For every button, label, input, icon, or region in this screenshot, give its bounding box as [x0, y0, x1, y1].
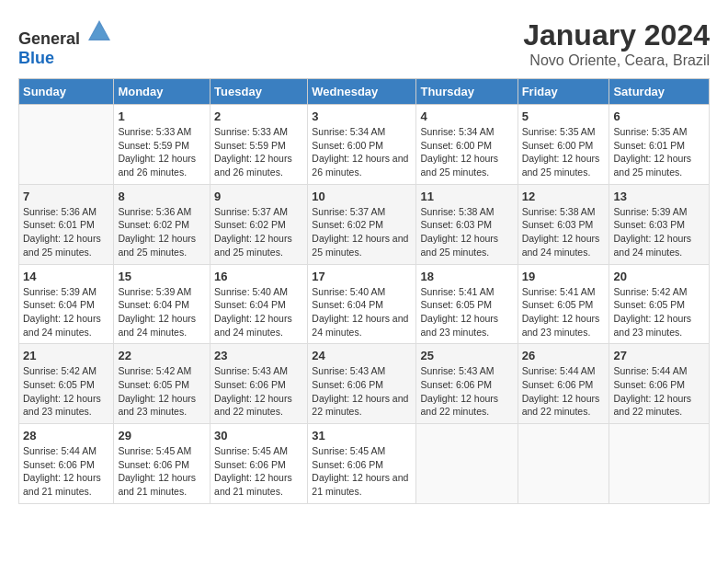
calendar-cell: 20 Sunrise: 5:42 AMSunset: 6:05 PMDaylig…: [609, 264, 710, 344]
day-info: Sunrise: 5:42 AMSunset: 6:05 PMDaylight:…: [23, 364, 109, 419]
calendar-cell: 13 Sunrise: 5:39 AMSunset: 6:03 PMDaylig…: [609, 184, 710, 264]
calendar-cell: 14 Sunrise: 5:39 AMSunset: 6:04 PMDaylig…: [19, 264, 114, 344]
day-number: 22: [118, 349, 206, 362]
day-number: 16: [214, 270, 303, 283]
calendar-cell: 24 Sunrise: 5:43 AMSunset: 6:06 PMDaylig…: [308, 344, 416, 424]
week-row-4: 28 Sunrise: 5:44 AMSunset: 6:06 PMDaylig…: [19, 424, 710, 504]
day-number: 3: [312, 109, 412, 123]
day-number: 27: [613, 349, 705, 362]
day-number: 8: [118, 190, 206, 203]
day-info: Sunrise: 5:40 AMSunset: 6:04 PMDaylight:…: [214, 285, 303, 339]
header-tuesday: Tuesday: [210, 79, 308, 105]
day-number: 30: [214, 429, 303, 442]
calendar-cell: [19, 105, 114, 185]
calendar-cell: 10 Sunrise: 5:37 AMSunset: 6:02 PMDaylig…: [308, 184, 416, 264]
day-info: Sunrise: 5:42 AMSunset: 6:05 PMDaylight:…: [118, 364, 206, 419]
calendar-cell: 18 Sunrise: 5:41 AMSunset: 6:05 PMDaylig…: [416, 264, 518, 344]
day-info: Sunrise: 5:39 AMSunset: 6:04 PMDaylight:…: [23, 285, 109, 339]
day-info: Sunrise: 5:36 AMSunset: 6:02 PMDaylight:…: [118, 205, 206, 259]
day-number: 9: [214, 190, 303, 203]
logo-blue: Blue: [18, 49, 54, 67]
calendar-cell: 26 Sunrise: 5:44 AMSunset: 6:06 PMDaylig…: [518, 344, 609, 424]
day-number: 21: [23, 349, 109, 362]
day-number: 31: [312, 429, 412, 442]
day-number: 5: [522, 109, 606, 123]
day-info: Sunrise: 5:39 AMSunset: 6:04 PMDaylight:…: [118, 285, 206, 339]
day-number: 20: [613, 270, 705, 283]
day-info: Sunrise: 5:33 AMSunset: 5:59 PMDaylight:…: [214, 125, 303, 179]
week-row-0: 1 Sunrise: 5:33 AMSunset: 5:59 PMDayligh…: [19, 105, 710, 185]
day-info: Sunrise: 5:40 AMSunset: 6:04 PMDaylight:…: [312, 285, 412, 339]
calendar-cell: 30 Sunrise: 5:45 AMSunset: 6:06 PMDaylig…: [210, 424, 308, 504]
logo-general: General: [18, 29, 80, 48]
calendar-cell: 27 Sunrise: 5:44 AMSunset: 6:06 PMDaylig…: [609, 344, 710, 424]
day-number: 13: [613, 190, 705, 203]
header: General Blue January 2024 Novo Oriente, …: [18, 18, 710, 69]
day-info: Sunrise: 5:42 AMSunset: 6:05 PMDaylight:…: [613, 285, 705, 339]
calendar-cell: 31 Sunrise: 5:45 AMSunset: 6:06 PMDaylig…: [308, 424, 416, 504]
day-info: Sunrise: 5:45 AMSunset: 6:06 PMDaylight:…: [312, 444, 412, 499]
day-info: Sunrise: 5:43 AMSunset: 6:06 PMDaylight:…: [214, 364, 303, 419]
title-area: January 2024 Novo Oriente, Ceara, Brazil: [523, 18, 710, 69]
day-info: Sunrise: 5:45 AMSunset: 6:06 PMDaylight:…: [214, 444, 303, 499]
day-info: Sunrise: 5:44 AMSunset: 6:06 PMDaylight:…: [613, 364, 705, 419]
calendar-cell: 22 Sunrise: 5:42 AMSunset: 6:05 PMDaylig…: [114, 344, 210, 424]
day-number: 14: [23, 270, 109, 283]
calendar-cell: 5 Sunrise: 5:35 AMSunset: 6:00 PMDayligh…: [518, 105, 609, 185]
day-number: 10: [312, 190, 412, 203]
day-number: 19: [522, 270, 606, 283]
calendar-cell: 11 Sunrise: 5:38 AMSunset: 6:03 PMDaylig…: [416, 184, 518, 264]
calendar-cell: 19 Sunrise: 5:41 AMSunset: 6:05 PMDaylig…: [518, 264, 609, 344]
calendar-cell: [416, 424, 518, 504]
day-info: Sunrise: 5:43 AMSunset: 6:06 PMDaylight:…: [420, 364, 513, 419]
day-number: 23: [214, 349, 303, 362]
day-number: 15: [118, 270, 206, 283]
day-info: Sunrise: 5:41 AMSunset: 6:05 PMDaylight:…: [522, 285, 606, 339]
header-wednesday: Wednesday: [308, 79, 416, 105]
calendar-cell: 29 Sunrise: 5:45 AMSunset: 6:06 PMDaylig…: [114, 424, 210, 504]
logo: General Blue: [18, 18, 112, 68]
calendar-cell: 9 Sunrise: 5:37 AMSunset: 6:02 PMDayligh…: [210, 184, 308, 264]
day-info: Sunrise: 5:35 AMSunset: 6:00 PMDaylight:…: [522, 125, 606, 179]
day-number: 2: [214, 109, 303, 123]
calendar-cell: 12 Sunrise: 5:38 AMSunset: 6:03 PMDaylig…: [518, 184, 609, 264]
week-row-3: 21 Sunrise: 5:42 AMSunset: 6:05 PMDaylig…: [19, 344, 710, 424]
day-number: 24: [312, 349, 412, 362]
header-sunday: Sunday: [19, 79, 114, 105]
calendar-cell: 25 Sunrise: 5:43 AMSunset: 6:06 PMDaylig…: [416, 344, 518, 424]
header-monday: Monday: [114, 79, 210, 105]
calendar-header-row: SundayMondayTuesdayWednesdayThursdayFrid…: [19, 79, 710, 105]
day-number: 25: [420, 349, 513, 362]
day-info: Sunrise: 5:38 AMSunset: 6:03 PMDaylight:…: [522, 205, 606, 259]
day-info: Sunrise: 5:44 AMSunset: 6:06 PMDaylight:…: [23, 444, 109, 499]
day-info: Sunrise: 5:45 AMSunset: 6:06 PMDaylight:…: [118, 444, 206, 499]
header-friday: Friday: [518, 79, 609, 105]
day-number: 11: [420, 190, 513, 203]
svg-marker-1: [90, 23, 108, 39]
subtitle: Novo Oriente, Ceara, Brazil: [523, 52, 710, 69]
calendar-cell: 6 Sunrise: 5:35 AMSunset: 6:01 PMDayligh…: [609, 105, 710, 185]
day-number: 4: [420, 109, 513, 123]
header-saturday: Saturday: [609, 79, 710, 105]
calendar-cell: 23 Sunrise: 5:43 AMSunset: 6:06 PMDaylig…: [210, 344, 308, 424]
main-title: January 2024: [523, 18, 710, 52]
day-info: Sunrise: 5:37 AMSunset: 6:02 PMDaylight:…: [214, 205, 303, 259]
day-number: 18: [420, 270, 513, 283]
calendar-cell: 16 Sunrise: 5:40 AMSunset: 6:04 PMDaylig…: [210, 264, 308, 344]
header-thursday: Thursday: [416, 79, 518, 105]
week-row-1: 7 Sunrise: 5:36 AMSunset: 6:01 PMDayligh…: [19, 184, 710, 264]
day-number: 29: [118, 429, 206, 442]
day-info: Sunrise: 5:43 AMSunset: 6:06 PMDaylight:…: [312, 364, 412, 419]
calendar-cell: 7 Sunrise: 5:36 AMSunset: 6:01 PMDayligh…: [19, 184, 114, 264]
calendar-cell: [609, 424, 710, 504]
day-number: 1: [118, 109, 206, 123]
day-number: 6: [613, 109, 705, 123]
day-number: 17: [312, 270, 412, 283]
calendar-table: SundayMondayTuesdayWednesdayThursdayFrid…: [18, 78, 710, 504]
day-number: 12: [522, 190, 606, 203]
day-number: 7: [23, 190, 109, 203]
calendar-cell: 2 Sunrise: 5:33 AMSunset: 5:59 PMDayligh…: [210, 105, 308, 185]
calendar-cell: 21 Sunrise: 5:42 AMSunset: 6:05 PMDaylig…: [19, 344, 114, 424]
day-number: 26: [522, 349, 606, 362]
day-info: Sunrise: 5:37 AMSunset: 6:02 PMDaylight:…: [312, 205, 412, 259]
